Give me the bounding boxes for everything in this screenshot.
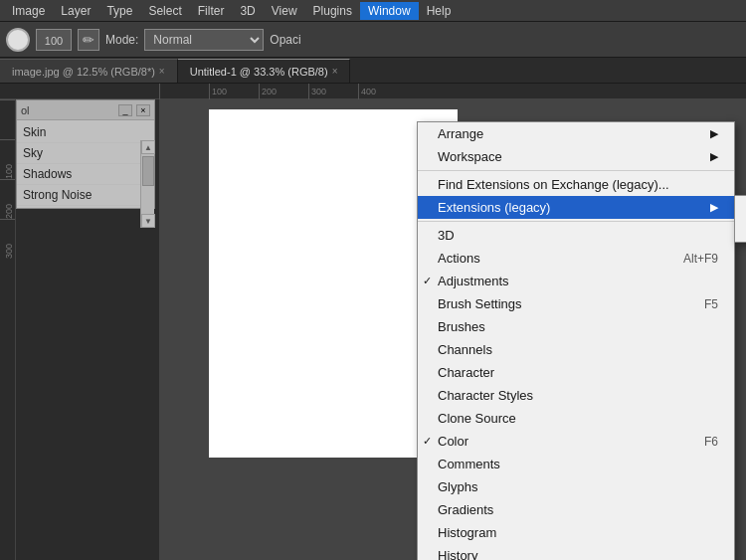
- float-panel-title: ol: [21, 104, 30, 116]
- menubar-item-image[interactable]: Image: [4, 2, 53, 20]
- color-shortcut: F6: [674, 435, 718, 449]
- menu-item-find-extensions-label: Find Extensions on Exchange (legacy)...: [438, 177, 669, 192]
- menubar-item-layer[interactable]: Layer: [53, 2, 98, 20]
- menu-item-brush-settings[interactable]: Brush Settings F5: [418, 292, 734, 315]
- menu-item-actions-label: Actions: [438, 251, 480, 266]
- workspace-arrow-icon: ▶: [710, 150, 718, 163]
- menu-item-arrange-label: Arrange: [438, 126, 483, 141]
- mode-label: Mode:: [105, 33, 138, 47]
- menu-item-history-label: History: [438, 548, 477, 560]
- menubar-item-3d[interactable]: 3D: [232, 2, 263, 20]
- brush-icon[interactable]: ✏: [78, 29, 99, 51]
- float-panel: ol _ × Skin Sky Shadows Strong Noise ▲ ▼: [16, 99, 155, 209]
- menu-item-adjustments-label: Adjustments: [438, 274, 509, 288]
- actions-shortcut: Alt+F9: [653, 252, 718, 266]
- menu-item-channels-label: Channels: [438, 342, 492, 357]
- ruler-vertical: 100 200 300: [0, 99, 16, 560]
- submenu-item-1[interactable]: Adobe Color Themes: [735, 196, 746, 219]
- menu-item-comments-label: Comments: [438, 457, 500, 471]
- menu-item-character-label: Character: [438, 365, 494, 380]
- ruler-tick-h-4: 400: [358, 84, 408, 99]
- ruler-tick-h-0: [159, 84, 209, 99]
- scroll-thumb[interactable]: [142, 156, 154, 186]
- menu-item-gradients[interactable]: Gradients: [418, 498, 734, 521]
- window-dropdown-menu: Arrange ▶ Workspace ▶ Find Extensions on…: [417, 121, 735, 560]
- menu-item-glyphs-label: Glyphs: [438, 479, 477, 494]
- submenu-item-2[interactable]: Export As: [735, 219, 746, 242]
- float-panel-list: Skin Sky Shadows Strong Noise: [17, 120, 154, 208]
- menu-item-clone-source[interactable]: Clone Source: [418, 407, 734, 430]
- menu-item-clone-source-label: Clone Source: [438, 411, 516, 426]
- ruler-tick-v-1: 100: [0, 139, 15, 179]
- mode-select[interactable]: Normal: [144, 29, 264, 51]
- list-item-strong-noise[interactable]: Strong Noise: [17, 185, 140, 206]
- menu-item-comments[interactable]: Comments: [418, 453, 734, 475]
- list-item-shadows[interactable]: Shadows: [17, 164, 140, 185]
- main-area: 100 200 300 ol _ × Skin Sky Shadows Stro…: [0, 99, 746, 560]
- menu-item-3d-label: 3D: [438, 228, 455, 243]
- extensions-arrow-icon: ▶: [710, 201, 718, 214]
- float-close-button[interactable]: ×: [136, 104, 150, 116]
- ruler-tick-h-1: 100: [209, 84, 259, 99]
- menu-item-color-label: Color: [438, 434, 468, 449]
- tab-close-2[interactable]: ×: [332, 66, 338, 77]
- menubar-item-type[interactable]: Type: [98, 2, 140, 20]
- scroll-up-arrow[interactable]: ▲: [141, 140, 155, 154]
- opacity-label: Opaci: [270, 33, 300, 47]
- menubar-item-help[interactable]: Help: [419, 2, 460, 20]
- ruler-tick-v-0: [0, 99, 15, 139]
- tab-label-1: image.jpg @ 12.5% (RGB/8*): [12, 66, 155, 78]
- ruler-ticks-h: 100 200 300 400: [159, 84, 408, 99]
- menubar-item-filter[interactable]: Filter: [190, 2, 233, 20]
- menu-item-adjustments[interactable]: ✓ Adjustments: [418, 270, 734, 292]
- brush-settings-shortcut: F5: [674, 297, 718, 311]
- menu-item-character-styles-label: Character Styles: [438, 388, 533, 403]
- menu-item-arrange[interactable]: Arrange ▶: [418, 122, 734, 145]
- menubar: Image Layer Type Select Filter 3D View P…: [0, 0, 746, 22]
- menu-item-extensions-legacy[interactable]: Extensions (legacy) ▶ Adobe Color Themes…: [418, 196, 734, 219]
- menu-item-workspace[interactable]: Workspace ▶: [418, 145, 734, 168]
- menu-item-histogram[interactable]: Histogram: [418, 521, 734, 544]
- list-item-skin[interactable]: Skin: [17, 122, 140, 143]
- menu-item-3d[interactable]: 3D: [418, 224, 734, 247]
- menubar-item-window[interactable]: Window: [360, 2, 419, 20]
- menu-item-history[interactable]: History: [418, 544, 734, 560]
- ruler-tick-v-3: 300: [0, 219, 15, 259]
- arrange-arrow-icon: ▶: [710, 127, 718, 140]
- menubar-item-select[interactable]: Select: [140, 2, 189, 20]
- menu-item-character[interactable]: Character: [418, 361, 734, 384]
- toolbar: 100 ✏ Mode: Normal Opaci: [0, 22, 746, 58]
- brush-preview: [6, 28, 30, 52]
- list-item-sky[interactable]: Sky: [17, 143, 140, 164]
- menu-item-histogram-label: Histogram: [438, 525, 496, 540]
- float-minimize-button[interactable]: _: [118, 104, 132, 116]
- brush-size-display[interactable]: 100: [36, 29, 72, 51]
- ruler-tick-h-2: 200: [259, 84, 308, 99]
- tab-image-jpg[interactable]: image.jpg @ 12.5% (RGB/8*) ×: [0, 59, 178, 83]
- menu-item-gradients-label: Gradients: [438, 502, 493, 517]
- ruler-horizontal: 100 200 300 400: [0, 84, 746, 99]
- adjustments-check-icon: ✓: [423, 275, 432, 287]
- ruler-tick-v-2: 200: [0, 179, 15, 219]
- tab-untitled-1[interactable]: Untitled-1 @ 33.3% (RGB/8) ×: [178, 59, 351, 83]
- menu-item-channels[interactable]: Channels: [418, 338, 734, 361]
- tab-close-1[interactable]: ×: [159, 66, 165, 77]
- menu-item-workspace-label: Workspace: [438, 149, 502, 164]
- float-panel-titlebar[interactable]: ol _ ×: [17, 100, 154, 120]
- menu-separator-2: [418, 221, 734, 222]
- menubar-item-plugins[interactable]: Plugins: [305, 2, 360, 20]
- menubar-item-view[interactable]: View: [264, 2, 305, 20]
- menu-item-character-styles[interactable]: Character Styles: [418, 384, 734, 407]
- menu-item-brush-settings-label: Brush Settings: [438, 296, 522, 311]
- left-panel: 100 200 300 ol _ × Skin Sky Shadows Stro…: [0, 99, 159, 560]
- float-panel-controls: _ ×: [118, 104, 150, 116]
- tab-label-2: Untitled-1 @ 33.3% (RGB/8): [190, 66, 328, 78]
- menu-item-color[interactable]: ✓ Color F6: [418, 430, 734, 453]
- menu-item-glyphs[interactable]: Glyphs: [418, 475, 734, 498]
- menu-item-find-extensions[interactable]: Find Extensions on Exchange (legacy)...: [418, 173, 734, 196]
- menu-item-brushes[interactable]: Brushes: [418, 315, 734, 338]
- scroll-down-arrow[interactable]: ▼: [141, 214, 155, 228]
- float-panel-scrollbar[interactable]: ▲ ▼: [140, 140, 154, 228]
- menu-item-actions[interactable]: Actions Alt+F9: [418, 247, 734, 270]
- menu-item-brushes-label: Brushes: [438, 319, 485, 334]
